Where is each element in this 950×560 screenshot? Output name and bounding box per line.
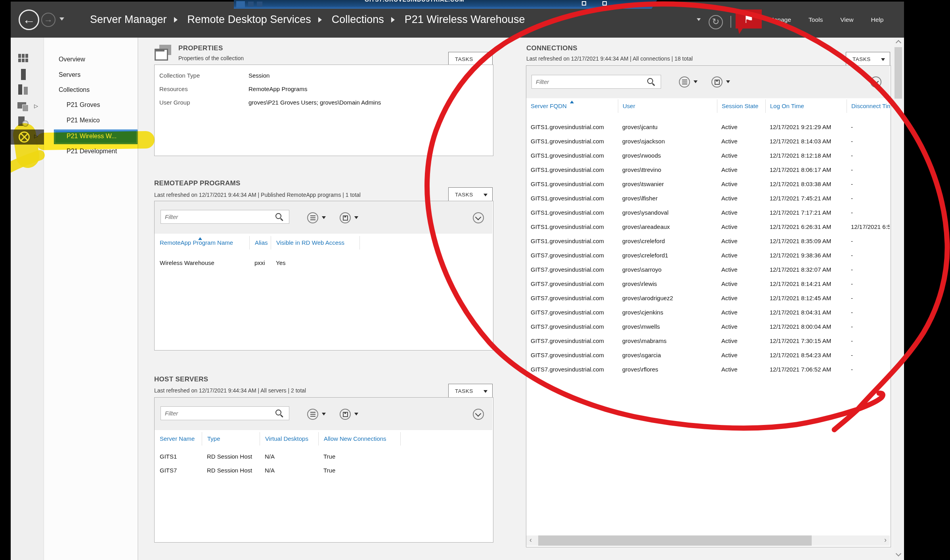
remoteapp-collapse-button[interactable] <box>473 212 484 223</box>
list-view-caret-icon[interactable] <box>322 413 326 417</box>
column-header[interactable]: Server Name <box>155 432 202 446</box>
restore-icon[interactable] <box>582 1 586 6</box>
export-caret-icon[interactable] <box>354 216 358 221</box>
cell-logon-time: 12/17/2021 8:00:04 AM <box>765 323 847 330</box>
hosts-collapse-button[interactable] <box>473 409 484 420</box>
table-row[interactable]: GITS1 RD Session Host N/A True <box>155 450 492 463</box>
scroll-left-arrow-icon[interactable]: ‹ <box>529 536 532 544</box>
connections-hscrollbar[interactable]: ‹ › <box>526 535 890 546</box>
table-row[interactable]: GITS7.grovesindustrial.com groves\crelef… <box>526 248 890 262</box>
connections-filter-input[interactable] <box>531 75 661 89</box>
hosts-filter-input[interactable] <box>161 406 289 420</box>
breadcrumb-item[interactable]: Remote Desktop Services <box>187 13 311 26</box>
table-row[interactable]: GITS7.grovesindustrial.com groves\mwells… <box>526 319 890 333</box>
forward-button[interactable]: → <box>41 13 55 27</box>
table-row[interactable]: GITS1.grovesindustrial.com groves\rwoods… <box>526 148 890 162</box>
back-button[interactable]: ← <box>19 10 39 30</box>
column-header[interactable]: User <box>618 99 717 113</box>
remoteapp-export-button[interactable] <box>340 212 351 223</box>
scroll-right-arrow-icon[interactable]: › <box>884 536 887 544</box>
column-header[interactable]: Log On Time <box>765 99 847 113</box>
cell-user: groves\areadeaux <box>618 223 717 230</box>
table-row[interactable]: GITS7.grovesindustrial.com groves\sgarci… <box>526 348 890 362</box>
expander-icon[interactable]: ▷ <box>34 103 38 109</box>
connections-export-button[interactable] <box>711 76 723 88</box>
table-row[interactable]: GITS1.grovesindustrial.com groves\areade… <box>526 219 890 234</box>
column-header[interactable]: Alias <box>249 236 271 250</box>
hosts-tasks-button[interactable]: TASKS <box>448 384 493 398</box>
table-row[interactable]: GITS7.grovesindustrial.com groves\mabram… <box>526 333 890 348</box>
tasks-caret-icon <box>484 390 487 395</box>
scroll-up-arrow-icon[interactable] <box>896 40 901 46</box>
column-header[interactable]: Visible in RD Web Access <box>271 236 359 250</box>
sidebar-item-overview[interactable]: Overview <box>59 56 85 63</box>
nav-dropdown-caret-icon[interactable] <box>59 17 64 23</box>
column-header[interactable]: Type <box>202 432 260 446</box>
connections-tasks-button[interactable]: TASKS <box>846 52 890 67</box>
cell-server-fqdn: GITS7.grovesindustrial.com <box>526 352 618 358</box>
column-header[interactable]: Virtual Desktops <box>260 432 318 446</box>
list-view-caret-icon[interactable] <box>322 216 326 221</box>
table-row[interactable]: GITS7.grovesindustrial.com groves\rlewis… <box>526 276 890 291</box>
table-row[interactable]: GITS1.grovesindustrial.com groves\lfishe… <box>526 191 890 205</box>
column-header[interactable]: Session State <box>717 99 765 113</box>
refresh-button[interactable]: ↻ <box>709 15 723 29</box>
table-row[interactable]: GITS7.grovesindustrial.com groves\arodri… <box>526 291 890 305</box>
sidebar-item-servers[interactable]: Servers <box>59 71 80 78</box>
table-row[interactable]: GITS1.grovesindustrial.com groves\sjacks… <box>526 134 890 148</box>
connections-list-view-button[interactable] <box>679 76 690 88</box>
table-row[interactable]: Wireless Warehouse pxxi Yes <box>155 255 492 270</box>
remoteapp-filter-input[interactable] <box>161 210 289 224</box>
sidebar-item-collections[interactable]: Collections <box>59 86 90 93</box>
table-row[interactable]: GITS1.grovesindustrial.com groves\ysando… <box>526 205 890 219</box>
remoteapp-list-view-button[interactable] <box>307 212 318 223</box>
table-row[interactable]: GITS1.grovesindustrial.com groves\ttrevi… <box>526 162 890 177</box>
window-vscrollbar[interactable] <box>894 38 903 560</box>
hosts-title: HOST SERVERS <box>154 375 208 383</box>
table-row[interactable]: GITS1.grovesindustrial.com groves\crelef… <box>526 234 890 248</box>
sidebar-item-p21-wireless-selected[interactable]: P21 Wireless W... <box>54 130 138 144</box>
dashboard-icon[interactable] <box>18 54 28 62</box>
menu-tools[interactable]: Tools <box>809 16 823 23</box>
minimize-icon[interactable] <box>602 1 607 6</box>
header-dropdown-caret-icon[interactable] <box>697 18 701 23</box>
table-row[interactable]: GITS7.grovesindustrial.com groves\cjenki… <box>526 305 890 319</box>
cell-virtual-desktops: N/A <box>260 467 318 474</box>
breadcrumb-item[interactable]: P21 Wireless Warehouse <box>405 13 525 26</box>
vscroll-thumb[interactable] <box>895 47 902 99</box>
all-servers-icon[interactable] <box>18 84 29 95</box>
connections-collapse-button[interactable] <box>870 76 881 88</box>
sidebar-item-p21-groves[interactable]: P21 Groves <box>67 101 100 109</box>
hosts-export-button[interactable] <box>340 409 351 420</box>
menu-help[interactable]: Help <box>871 16 884 23</box>
export-caret-icon[interactable] <box>354 413 358 417</box>
notification-flag-button[interactable]: ⚑ <box>736 10 762 29</box>
iis-icon[interactable] <box>18 116 29 127</box>
file-storage-services-icon[interactable] <box>17 101 29 112</box>
hosts-list-view-button[interactable] <box>307 409 318 420</box>
table-row[interactable]: GITS7.grovesindustrial.com groves\rflore… <box>526 362 890 376</box>
hscroll-thumb[interactable] <box>538 535 812 546</box>
sidebar-item-p21-mexico[interactable]: P21 Mexico <box>67 117 100 124</box>
sidebar-selected-row[interactable]: ▷ <box>11 130 44 145</box>
table-row[interactable]: GITS7 RD Session Host N/A True <box>155 463 492 477</box>
expander-icon[interactable]: ▷ <box>34 133 38 139</box>
remoteapp-tasks-button[interactable]: TASKS <box>448 187 493 202</box>
table-row[interactable]: GITS7.grovesindustrial.com groves\sarroy… <box>526 262 890 276</box>
export-caret-icon[interactable] <box>726 80 730 85</box>
table-row[interactable]: GITS1.grovesindustrial.com groves\jcantu… <box>526 120 890 134</box>
table-row[interactable]: GITS1.grovesindustrial.com groves\tswani… <box>526 177 890 191</box>
connections-table-body: GITS1.grovesindustrial.com groves\jcantu… <box>526 120 890 376</box>
column-header[interactable]: Allow New Connections <box>318 432 400 446</box>
menu-manage[interactable]: Manage <box>769 16 791 23</box>
breadcrumb-item[interactable]: Collections <box>332 13 384 26</box>
breadcrumb-item[interactable]: Server Manager <box>90 13 167 26</box>
column-header[interactable]: Disconnect Time <box>847 99 890 113</box>
column-header[interactable]: Server FQDN <box>526 99 618 113</box>
column-header[interactable]: RemoteApp Program Name <box>155 236 249 250</box>
menu-view[interactable]: View <box>840 16 853 23</box>
scroll-down-arrow-icon[interactable] <box>896 551 901 556</box>
local-server-icon[interactable] <box>21 69 26 80</box>
list-view-caret-icon[interactable] <box>694 80 698 85</box>
sidebar-item-p21-development[interactable]: P21 Development <box>67 148 117 155</box>
